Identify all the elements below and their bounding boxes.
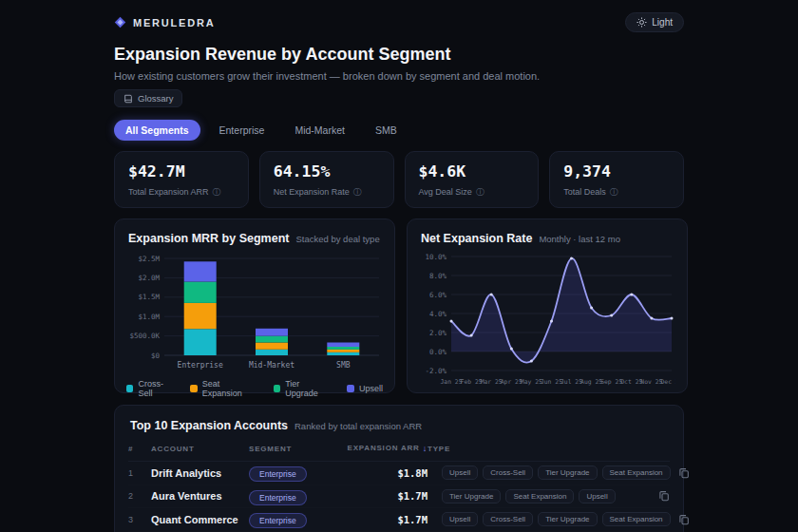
- svg-text:Mar 25: Mar 25: [481, 378, 503, 386]
- row-rank: 1: [128, 468, 151, 478]
- legend-item-cross-sell: Cross-Sell: [126, 379, 175, 398]
- brand-diamond-icon: [114, 16, 126, 28]
- bar-chart-legend: Cross-SellSeat ExpansionTier UpgradeUpse…: [126, 379, 383, 398]
- tab-enterprise[interactable]: Enterprise: [208, 120, 276, 141]
- row-rank: 2: [128, 491, 151, 501]
- tag-tier-upgrade: Tier Upgrade: [442, 489, 501, 504]
- page-container: MERULEDRA Light Expansion Revenue by Acc…: [114, 0, 684, 532]
- column-header--: #: [128, 445, 151, 453]
- glossary-button[interactable]: Glossary: [114, 89, 182, 107]
- row-rank: 3: [128, 515, 151, 524]
- tag-upsell: Upsell: [442, 512, 478, 526]
- type-tags: UpsellCross-SellTier UpgradeSeat Expansi…: [428, 466, 671, 480]
- tab-all-segments[interactable]: All Segments: [114, 120, 200, 141]
- svg-text:Jan 25: Jan 25: [440, 378, 462, 386]
- legend-item-tier-upgrade: Tier Upgrade: [274, 379, 332, 398]
- kpi-label-row: Avg Deal Sizeⓘ: [419, 187, 525, 197]
- bar-segment-smb-cross-sell: [327, 352, 359, 355]
- tag-cross-sell: Cross-Sell: [483, 512, 533, 526]
- account-name: Drift Analytics: [151, 467, 249, 479]
- table-body: 1Drift AnalyticsEnterprise$1.8MUpsellCro…: [128, 462, 670, 532]
- svg-text:Apr 25: Apr 25: [501, 378, 522, 386]
- theme-toggle-button[interactable]: Light: [625, 12, 684, 32]
- info-icon[interactable]: ⓘ: [610, 188, 618, 197]
- info-icon[interactable]: ⓘ: [476, 188, 484, 197]
- legend-swatch: [190, 385, 197, 392]
- legend-label: Tier Upgrade: [285, 379, 332, 398]
- line-chart-header: Net Expansion Rate Monthly · last 12 mo: [419, 232, 675, 245]
- data-point-jan-25: [450, 320, 453, 323]
- svg-text:10.0%: 10.0%: [425, 253, 446, 261]
- svg-text:6.0%: 6.0%: [429, 291, 447, 299]
- tab-mid-market[interactable]: Mid-Market: [283, 120, 356, 141]
- svg-text:$2.0M: $2.0M: [138, 274, 160, 282]
- line-chart-svg: -2.0%0.0%2.0%4.0%6.0%8.0%10.0%Jan 25Feb …: [419, 249, 675, 390]
- bar-segment-smb-upsell: [327, 343, 359, 348]
- column-header-expansion-arr[interactable]: EXPANSION ARR↓: [344, 444, 428, 453]
- tag-seat-expansion: Seat Expansion: [505, 489, 574, 504]
- svg-text:4.0%: 4.0%: [429, 310, 447, 318]
- bar-chart-card: Expansion MRR by Segment Stacked by deal…: [114, 218, 395, 393]
- segment-cell: Enterprise: [249, 487, 344, 505]
- svg-text:2.0%: 2.0%: [429, 329, 447, 337]
- legend-swatch: [347, 385, 354, 392]
- column-header-label: TYPE: [428, 445, 450, 453]
- kpi-value: 9,374: [563, 162, 670, 180]
- kpi-value: 64.15%: [274, 162, 380, 180]
- tag-seat-expansion: Seat Expansion: [602, 466, 671, 480]
- svg-text:0.0%: 0.0%: [429, 348, 447, 356]
- tag-tier-upgrade: Tier Upgrade: [538, 466, 597, 480]
- tag-tier-upgrade: Tier Upgrade: [538, 512, 597, 526]
- table-column-headers: #ACCOUNTSEGMENTEXPANSION ARR↓TYPE: [128, 444, 670, 462]
- legend-swatch: [274, 385, 280, 392]
- svg-text:Mid-Market: Mid-Market: [249, 361, 294, 370]
- page-subtitle: How existing customers grow their invest…: [114, 70, 684, 82]
- line-area-fill: [451, 258, 672, 363]
- sun-icon: [636, 17, 647, 28]
- kpi-card-total-deals: 9,374Total Dealsⓘ: [549, 151, 684, 208]
- copy-button[interactable]: [651, 490, 670, 502]
- column-header-label: EXPANSION ARR: [348, 444, 420, 453]
- expansion-arr-value: $1.7M: [344, 490, 428, 502]
- page-title: Expansion Revenue by Account Segment: [114, 45, 684, 65]
- data-point-nov-25: [650, 317, 653, 320]
- copy-button[interactable]: [671, 514, 690, 525]
- data-point-may-25: [530, 360, 533, 363]
- kpi-label: Net Expansion Rate: [274, 187, 350, 197]
- svg-text:Oct 25: Oct 25: [620, 378, 642, 386]
- expansion-arr-value: $1.8M: [344, 467, 428, 479]
- svg-text:Feb 25: Feb 25: [461, 378, 483, 386]
- line-chart-card: Net Expansion Rate Monthly · last 12 mo …: [407, 218, 688, 393]
- svg-text:May 25: May 25: [521, 378, 542, 386]
- kpi-label-row: Net Expansion Rateⓘ: [274, 187, 380, 197]
- bar-chart-subtitle: Stacked by deal type: [295, 234, 379, 244]
- type-tags: UpsellCross-SellTier UpgradeSeat Expansi…: [428, 512, 671, 526]
- data-point-feb-25: [470, 334, 473, 337]
- line-chart-subtitle: Monthly · last 12 mo: [539, 234, 620, 244]
- kpi-row: $42.7MTotal Expansion ARRⓘ64.15%Net Expa…: [114, 151, 684, 208]
- svg-text:SMB: SMB: [336, 361, 351, 370]
- info-icon[interactable]: ⓘ: [353, 188, 362, 197]
- account-name: Quant Commerce: [151, 514, 249, 525]
- kpi-label: Total Deals: [563, 187, 606, 197]
- kpi-label: Avg Deal Size: [419, 187, 472, 197]
- brand-name: MERULEDRA: [133, 17, 215, 28]
- copy-button[interactable]: [671, 467, 690, 479]
- svg-text:Aug 25: Aug 25: [580, 378, 602, 386]
- kpi-value: $4.6K: [419, 162, 525, 180]
- bar-segment-enterprise-tier-upgrade: [184, 282, 217, 303]
- bar-chart-title: Expansion MRR by Segment: [128, 232, 289, 245]
- bar-segment-mid-market-seat-expansion: [256, 343, 288, 350]
- tag-upsell: Upsell: [442, 466, 478, 480]
- charts-row: Expansion MRR by Segment Stacked by deal…: [114, 218, 684, 393]
- tab-smb[interactable]: SMB: [364, 120, 408, 141]
- svg-text:$2.5M: $2.5M: [138, 255, 160, 263]
- copy-icon: [678, 514, 690, 525]
- svg-text:Sep 25: Sep 25: [600, 378, 622, 386]
- column-header-type: TYPE: [428, 445, 651, 453]
- table-header: Top 10 Expansion Accounts Ranked by tota…: [128, 419, 670, 432]
- segment-badge: Enterprise: [249, 466, 307, 482]
- segment-cell: Enterprise: [249, 464, 344, 482]
- info-icon[interactable]: ⓘ: [213, 188, 221, 197]
- segment-tabs: All SegmentsEnterpriseMid-MarketSMB: [114, 120, 684, 141]
